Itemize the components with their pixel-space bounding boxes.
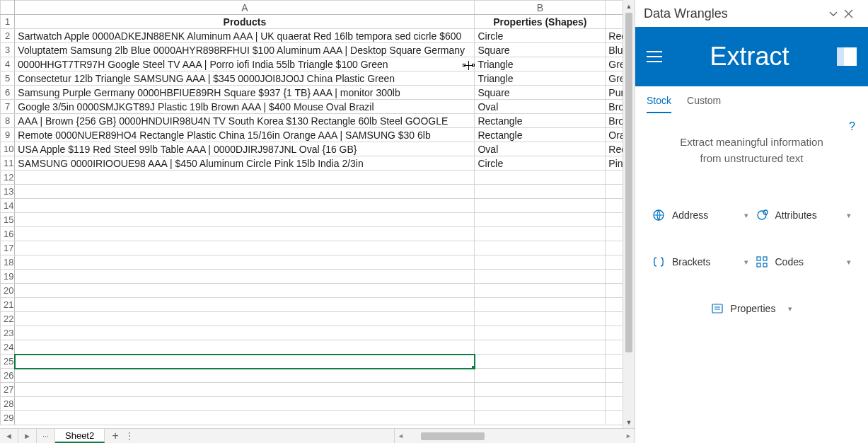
cell[interactable] xyxy=(475,411,606,425)
cell[interactable] xyxy=(15,326,475,340)
cell[interactable] xyxy=(15,284,475,298)
cell[interactable]: Samsung Purple Germany 0000HBFIUE89RH Sq… xyxy=(15,86,475,100)
row-header[interactable]: 7 xyxy=(1,100,15,114)
cell[interactable]: Square xyxy=(475,86,606,100)
panel-collapse-icon[interactable] xyxy=(828,8,844,18)
row-header[interactable]: 29 xyxy=(1,411,15,425)
row-header[interactable]: 10 xyxy=(1,142,15,156)
panel-close-icon[interactable] xyxy=(844,9,860,18)
cell[interactable]: Rectangle xyxy=(475,128,606,142)
cell[interactable] xyxy=(15,255,475,270)
cell[interactable] xyxy=(15,355,475,369)
cell[interactable]: 0000HHGT7TR97H Google Steel TV AAA | Por… xyxy=(15,57,475,71)
tab-nav-more[interactable]: ··· xyxy=(37,429,55,443)
row-header[interactable]: 16 xyxy=(1,227,15,241)
horizontal-scrollbar[interactable]: ◄ ► xyxy=(394,429,635,443)
option-codes[interactable]: Codes ▾ xyxy=(756,255,852,268)
cell[interactable]: AAA | Brown {256 GB} 0000HNDUIR98U4N TV … xyxy=(15,114,475,128)
cell[interactable]: Google 3/5in 0000SMJKGT89J Plastic 19lb … xyxy=(15,100,475,114)
select-all-corner[interactable] xyxy=(1,1,15,15)
cell[interactable]: Oval xyxy=(475,100,606,114)
cell[interactable] xyxy=(15,411,475,425)
col-header-b[interactable]: B xyxy=(475,1,606,15)
row-header[interactable]: 9 xyxy=(1,128,15,142)
row-header[interactable]: 27 xyxy=(1,383,15,397)
row-header[interactable]: 1 xyxy=(1,15,15,29)
option-attributes[interactable]: Attributes ▾ xyxy=(756,209,852,222)
row-header[interactable]: 28 xyxy=(1,397,15,411)
cell[interactable]: Products xyxy=(15,15,475,29)
row-header[interactable]: 11 xyxy=(1,156,15,171)
row-header[interactable]: 24 xyxy=(1,340,15,355)
row-header[interactable]: 14 xyxy=(1,199,15,213)
cell[interactable] xyxy=(475,199,606,213)
cell[interactable]: USA Apple $119 Red Steel 99lb Table AAA … xyxy=(15,142,475,156)
cell[interactable] xyxy=(15,171,475,185)
cell[interactable] xyxy=(475,326,606,340)
cell[interactable] xyxy=(15,383,475,397)
hamburger-icon[interactable] xyxy=(647,51,662,62)
cell[interactable] xyxy=(15,213,475,227)
tab-nav-prev[interactable]: ◄ xyxy=(0,429,18,443)
cell[interactable] xyxy=(475,270,606,284)
tab-split-handle[interactable]: ⋮ xyxy=(126,429,133,443)
row-header[interactable]: 6 xyxy=(1,86,15,100)
cell[interactable] xyxy=(15,199,475,213)
cell[interactable]: Triangle xyxy=(475,71,606,86)
option-properties[interactable]: Properties ▾ xyxy=(652,302,851,315)
row-header[interactable]: 25 xyxy=(1,355,15,369)
vertical-scrollbar[interactable]: ▲ ▼ xyxy=(623,0,635,428)
cell[interactable] xyxy=(15,227,475,241)
cell[interactable]: Remote 0000NUER89HO4 Rectangle Plastic C… xyxy=(15,128,475,142)
row-header[interactable]: 19 xyxy=(1,270,15,284)
row-header[interactable]: 17 xyxy=(1,241,15,255)
cell[interactable] xyxy=(475,355,606,369)
row-header[interactable]: 20 xyxy=(1,284,15,298)
cell[interactable] xyxy=(15,397,475,411)
cell[interactable] xyxy=(15,298,475,312)
row-header[interactable]: 4 xyxy=(1,57,15,71)
cell[interactable] xyxy=(15,241,475,255)
cell[interactable] xyxy=(475,171,606,185)
row-header[interactable]: 2 xyxy=(1,29,15,43)
row-header[interactable]: 5 xyxy=(1,71,15,86)
row-header[interactable]: 18 xyxy=(1,255,15,270)
add-sheet-button[interactable]: + xyxy=(105,429,126,443)
scroll-down-icon[interactable]: ▼ xyxy=(623,416,635,428)
help-icon[interactable]: ? xyxy=(849,120,855,133)
cell[interactable] xyxy=(475,383,606,397)
col-header-a[interactable]: A xyxy=(15,1,475,15)
cell[interactable] xyxy=(475,284,606,298)
row-header[interactable]: 3 xyxy=(1,43,15,57)
cell[interactable]: Oval xyxy=(475,142,606,156)
cell[interactable] xyxy=(475,298,606,312)
cell[interactable] xyxy=(475,397,606,411)
cell[interactable]: Circle xyxy=(475,29,606,43)
cell[interactable]: SAMSUNG 0000IRIOOUE98 AAA | $450 Aluminu… xyxy=(15,156,475,171)
scroll-up-icon[interactable]: ▲ xyxy=(623,0,635,12)
row-header[interactable]: 8 xyxy=(1,114,15,128)
row-header[interactable]: 21 xyxy=(1,298,15,312)
cell[interactable] xyxy=(475,369,606,383)
cell[interactable] xyxy=(475,227,606,241)
cell[interactable]: Rectangle xyxy=(475,114,606,128)
cell[interactable]: Sartwatch Apple 0000ADKEJN88ENK Aluminum… xyxy=(15,29,475,43)
row-header[interactable]: 13 xyxy=(1,185,15,199)
row-header[interactable]: 23 xyxy=(1,326,15,340)
cell[interactable] xyxy=(15,369,475,383)
tab-stock[interactable]: Stock xyxy=(647,95,671,113)
cell[interactable] xyxy=(475,340,606,355)
cell[interactable]: Voluptatem Samsung 2lb Blue 0000AHYR898R… xyxy=(15,43,475,57)
cell[interactable]: Circle xyxy=(475,156,606,171)
cell[interactable] xyxy=(475,255,606,270)
tab-nav-next[interactable]: ► xyxy=(18,429,37,443)
cell[interactable] xyxy=(15,340,475,355)
tab-custom[interactable]: Custom xyxy=(687,95,721,113)
cell[interactable] xyxy=(15,312,475,326)
row-header[interactable]: 22 xyxy=(1,312,15,326)
option-address[interactable]: Address ▾ xyxy=(652,209,748,222)
row-header[interactable]: 12 xyxy=(1,171,15,185)
cell[interactable] xyxy=(15,270,475,284)
option-brackets[interactable]: Brackets ▾ xyxy=(652,255,748,268)
cell[interactable]: Square xyxy=(475,43,606,57)
